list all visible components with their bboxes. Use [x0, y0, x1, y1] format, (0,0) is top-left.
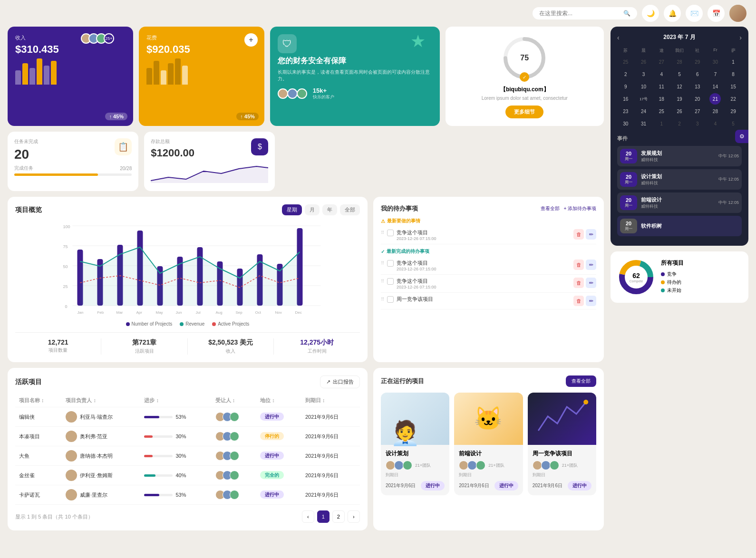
cal-day[interactable]: 14	[709, 81, 721, 92]
todo-checkbox[interactable]	[387, 260, 394, 267]
svg-text:Aug: Aug	[215, 310, 222, 315]
edit-todo-button[interactable]: ✏	[586, 260, 596, 270]
prev-page-button[interactable]: ‹	[302, 510, 314, 523]
stat-active: 第721章 活跃项目	[101, 338, 187, 355]
cal-next-button[interactable]: ›	[739, 34, 742, 41]
edit-todo-button[interactable]: ✏	[586, 278, 596, 288]
svg-text:Apr: Apr	[136, 310, 142, 315]
cal-day[interactable]: 7	[709, 68, 721, 80]
delete-todo-button[interactable]: 🗑	[573, 229, 584, 240]
project-progress: 53%	[140, 485, 211, 505]
svg-text:Jun: Jun	[175, 310, 182, 315]
cal-prev-button[interactable]: ‹	[617, 34, 620, 41]
cal-day[interactable]: 26	[674, 106, 685, 117]
event-day-badge: 20 周一	[620, 195, 637, 210]
view-all-running-button[interactable]: 查看全部	[566, 375, 596, 387]
export-button[interactable]: ↗ 出口报告	[320, 375, 360, 388]
cal-day[interactable]: 27	[656, 56, 667, 67]
projects-table: 项目名称 ↕ 项目负责人 ↕ 进步 ↕ 受让人 ↕ 地位 ↕ 到期日 ↕ 编辑侠	[15, 394, 360, 505]
gear-icon[interactable]: ⚙	[735, 130, 748, 143]
cal-day[interactable]: 5	[727, 118, 739, 129]
cal-day[interactable]: 4	[709, 118, 721, 129]
table-row: 金丝雀 伊利亚·詹姆斯 40%	[15, 466, 360, 485]
project-status-badge: 进行中	[494, 481, 518, 491]
promo-desc: 长期以来的事实是，读者在查看页面布局时会被页面的可读内容分散注意力。	[278, 69, 432, 82]
cal-today[interactable]: 21	[709, 93, 721, 105]
cal-day[interactable]: 26	[638, 56, 649, 67]
event-item-upcoming: 20 周一 软件积树	[617, 216, 742, 236]
cal-day[interactable]: 2	[620, 68, 631, 80]
cal-day[interactable]: 6	[692, 68, 703, 80]
edit-todo-button[interactable]: ✏	[586, 229, 596, 240]
cal-day[interactable]: 3	[692, 118, 703, 129]
moon-icon[interactable]: 🌙	[642, 5, 659, 22]
cal-day[interactable]: 31	[638, 118, 649, 129]
cal-day[interactable]: 29	[692, 56, 703, 67]
cal-day[interactable]: 24	[638, 106, 649, 117]
cal-day[interactable]: 20	[692, 93, 703, 105]
cal-day[interactable]: 5	[674, 68, 685, 80]
cal-day[interactable]: 8	[727, 68, 739, 80]
search-input[interactable]	[539, 10, 620, 17]
cal-day[interactable]: 13	[692, 81, 703, 92]
cal-day[interactable]: 1	[727, 56, 739, 67]
stat-projects-label: 项目数量	[15, 347, 101, 354]
search-box[interactable]: 🔍	[533, 7, 637, 19]
cal-day[interactable]: 29	[727, 106, 739, 117]
circle-detail-button[interactable]: 更多细节	[505, 106, 543, 118]
todo-checkbox[interactable]	[387, 230, 394, 236]
edit-todo-button[interactable]: ✏	[586, 296, 596, 306]
todo-checkbox[interactable]	[387, 296, 394, 303]
cal-day[interactable]: 25	[656, 106, 667, 117]
page-2-button[interactable]: 2	[332, 510, 345, 523]
avatar[interactable]	[729, 5, 746, 22]
cal-day[interactable]: 25	[620, 56, 631, 67]
cal-day[interactable]: 28	[709, 106, 721, 117]
cal-day[interactable]: 16	[620, 93, 631, 105]
savings-card: 存款总额 $1200.00 $	[144, 132, 275, 191]
cal-day[interactable]: 2	[674, 118, 685, 129]
stat-hours: 12,275小时 工作时间	[274, 338, 359, 355]
todo-checkbox[interactable]	[387, 278, 394, 285]
project-status: 完全的	[256, 466, 301, 485]
cal-day[interactable]: 4	[656, 68, 667, 80]
delete-todo-button[interactable]: 🗑	[573, 278, 584, 288]
cal-day[interactable]: 18	[656, 93, 667, 105]
delete-todo-button[interactable]: 🗑	[573, 260, 584, 270]
promo-title: 您的财务安全有保障	[278, 56, 432, 66]
project-status-badge: 进行中	[568, 481, 591, 491]
delete-todo-button[interactable]: 🗑	[573, 296, 584, 306]
cal-day[interactable]: 22	[727, 93, 739, 105]
cal-day[interactable]: 23	[620, 106, 631, 117]
mail-icon[interactable]: ✉️	[686, 5, 703, 22]
filter-week-button[interactable]: 星期	[282, 204, 302, 215]
calendar-icon[interactable]: 📅	[708, 5, 725, 22]
filter-all-button[interactable]: 全部	[340, 204, 360, 215]
cal-day[interactable]: 3	[638, 68, 649, 80]
cal-day[interactable]: 30	[709, 56, 721, 67]
table-row: 编辑侠 利亚马·瑞查尔 53%	[15, 407, 360, 427]
page-1-button[interactable]: 1	[317, 510, 330, 523]
filter-month-button[interactable]: 月	[305, 204, 320, 215]
stats-row: 12,721 项目数量 第721章 活跃项目 $2,50,523 美元 收入 1…	[15, 332, 360, 355]
view-all-todo-link[interactable]: 查看全部	[541, 205, 560, 212]
cal-day[interactable]: 11	[656, 81, 667, 92]
cal-day[interactable]: 28	[674, 56, 685, 67]
project-status-row: 2021年9月6日 进行中	[533, 481, 591, 491]
cal-day[interactable]: 19	[674, 93, 685, 105]
cal-day[interactable]: 10	[638, 81, 649, 92]
project-status-badge: 进行中	[421, 481, 445, 491]
bell-icon[interactable]: 🔔	[664, 5, 681, 22]
cal-day[interactable]: 15	[727, 81, 739, 92]
cal-day[interactable]: 9	[620, 81, 631, 92]
cal-day[interactable]: 30	[620, 118, 631, 129]
next-page-button[interactable]: ›	[348, 510, 360, 523]
cal-day[interactable]: 12	[674, 81, 685, 92]
cal-day[interactable]: 1	[656, 118, 667, 129]
add-todo-link[interactable]: + 添加待办事项	[563, 205, 596, 212]
event-company: 威特科技	[641, 180, 715, 186]
cal-day[interactable]: 17号	[638, 93, 649, 105]
cal-day[interactable]: 27	[692, 106, 703, 117]
svg-text:0: 0	[65, 304, 67, 309]
filter-year-button[interactable]: 年	[322, 204, 337, 215]
